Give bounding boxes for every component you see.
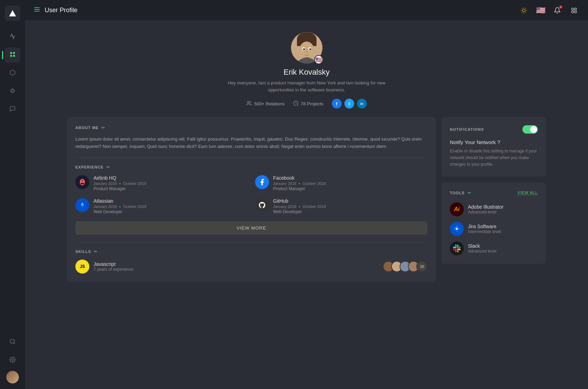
sidebar-item-chip[interactable] bbox=[5, 84, 20, 99]
view-more-button[interactable]: VIEW MORE bbox=[75, 221, 427, 235]
page-title: User Profile bbox=[45, 7, 518, 14]
skills-edit-icon[interactable]: ✏ bbox=[94, 249, 97, 254]
slack-level: Advanced level bbox=[468, 249, 538, 254]
svg-point-6 bbox=[10, 339, 14, 343]
social-links: f t in bbox=[332, 99, 367, 109]
jira-logo bbox=[450, 222, 464, 236]
sidebar-item-settings[interactable] bbox=[5, 353, 20, 368]
atlassian-company: Atlassian bbox=[94, 198, 248, 204]
user-avatar-small[interactable] bbox=[6, 371, 19, 383]
profile-projects: 78 Projects bbox=[293, 100, 323, 107]
skills-divider bbox=[75, 242, 427, 242]
notifications-button[interactable] bbox=[552, 5, 563, 16]
tool-jira: Jira Software Intermediate level bbox=[450, 222, 538, 236]
illustrator-logo: Ai bbox=[450, 202, 464, 216]
toggle-knob bbox=[530, 126, 537, 133]
facebook-role: Product Manager bbox=[273, 186, 428, 191]
svg-point-32 bbox=[309, 48, 311, 50]
sidebar-item-dashboard[interactable] bbox=[5, 47, 20, 63]
javascript-badge: JS bbox=[75, 260, 89, 274]
experience-atlassian: Atlassian January 2018 • October 2018 We… bbox=[75, 198, 248, 214]
experience-facebook: Facebook January 2018 • October 2018 Pro… bbox=[255, 175, 428, 191]
airbnb-role: Product Manager bbox=[94, 186, 248, 191]
sidebar-item-activity[interactable] bbox=[5, 29, 20, 45]
sidebar-item-chat[interactable] bbox=[5, 102, 20, 117]
facebook-link[interactable]: f bbox=[332, 99, 342, 109]
menu-icon[interactable] bbox=[34, 6, 40, 15]
svg-line-15 bbox=[522, 8, 522, 8]
illustrator-info: Adobe Illustrator Advanced level bbox=[468, 204, 538, 215]
airbnb-logo bbox=[75, 175, 89, 189]
svg-point-33 bbox=[248, 101, 250, 103]
facebook-logo bbox=[255, 175, 269, 189]
sidebar-item-3d[interactable] bbox=[5, 66, 20, 81]
profile-avatar-wrap: 🇺🇸 bbox=[291, 32, 322, 63]
airbnb-company: Airbnb HQ bbox=[94, 175, 248, 181]
sidebar bbox=[0, 0, 25, 389]
tool-illustrator: Ai Adobe Illustrator Advanced level bbox=[450, 202, 538, 216]
github-company: GitHub bbox=[273, 198, 428, 204]
svg-rect-23 bbox=[572, 11, 573, 13]
experience-header: EXPERIENCE ✏ bbox=[75, 165, 427, 170]
notify-network-desc: Enable or disable this setting to manage… bbox=[450, 148, 538, 168]
twitter-link[interactable]: t bbox=[344, 99, 354, 109]
github-role: Web Developer bbox=[273, 209, 428, 214]
notifications-toggle[interactable] bbox=[522, 125, 538, 134]
tools-title-wrap: TOOLS ✏ bbox=[450, 190, 471, 195]
language-selector[interactable]: 🇺🇸 bbox=[535, 5, 546, 16]
experience-edit-icon[interactable]: ✏ bbox=[106, 165, 110, 170]
app-logo[interactable] bbox=[5, 6, 20, 21]
svg-line-19 bbox=[522, 12, 522, 13]
facebook-date: January 2018 • October 2018 bbox=[273, 181, 428, 186]
atlassian-info: Atlassian January 2018 • October 2018 We… bbox=[94, 198, 248, 214]
right-column: NOTIFICATIONS Notify Your Network ? Enab… bbox=[441, 117, 546, 264]
jira-level: Intermediate level bbox=[468, 229, 538, 234]
svg-rect-22 bbox=[575, 8, 576, 10]
javascript-name: Javascript bbox=[94, 261, 379, 267]
notification-badge bbox=[559, 6, 562, 8]
header: User Profile 🇺🇸 bbox=[25, 0, 588, 21]
about-divider bbox=[75, 157, 427, 158]
about-text: Lorem ipsum dolor sit amet, consectetur … bbox=[75, 136, 427, 150]
atlassian-date: January 2018 • October 2018 bbox=[94, 204, 248, 209]
about-edit-icon[interactable]: ✏ bbox=[102, 125, 105, 130]
github-logo bbox=[255, 198, 269, 212]
chip-icon bbox=[9, 88, 16, 96]
github-info: GitHub January 2018 • October 2018 Web D… bbox=[273, 198, 428, 214]
about-card: ABOUT ME ✏ Lorem ipsum dolor sit amet, c… bbox=[67, 117, 436, 282]
notify-network-title: Notify Your Network ? bbox=[450, 139, 538, 145]
svg-point-8 bbox=[12, 359, 14, 360]
theme-toggle-button[interactable] bbox=[518, 5, 529, 16]
profile-bio: Hey everyone, Iam a product manager from… bbox=[223, 80, 390, 93]
atlassian-logo bbox=[75, 198, 89, 212]
slack-info: Slack Advanced level bbox=[468, 243, 538, 254]
svg-line-7 bbox=[14, 343, 15, 344]
about-header: ABOUT ME ✏ bbox=[75, 125, 427, 130]
airbnb-date: January 2018 • October 2018 bbox=[94, 181, 248, 186]
activity-icon bbox=[9, 33, 16, 41]
tools-edit-icon[interactable]: ✏ bbox=[468, 190, 471, 195]
notifications-card: NOTIFICATIONS Notify Your Network ? Enab… bbox=[441, 117, 546, 177]
apps-grid-button[interactable] bbox=[568, 5, 580, 16]
relations-count: 500+ Relations bbox=[254, 101, 284, 106]
skill-endorsers: 38 bbox=[383, 261, 427, 272]
svg-point-31 bbox=[303, 48, 305, 50]
profile-stats: 500+ Relations 78 Projects f t in bbox=[246, 99, 366, 109]
airbnb-info: Airbnb HQ January 2018 • October 2018 Pr… bbox=[94, 175, 248, 191]
left-column: ABOUT ME ✏ Lorem ipsum dolor sit amet, c… bbox=[67, 117, 436, 287]
svg-rect-21 bbox=[572, 8, 573, 10]
sidebar-item-search[interactable] bbox=[5, 335, 20, 350]
javascript-experience: 7 years of experience bbox=[94, 267, 379, 272]
notifications-header: NOTIFICATIONS bbox=[450, 125, 538, 134]
linkedin-link[interactable]: in bbox=[357, 99, 367, 109]
svg-marker-0 bbox=[9, 10, 16, 16]
endorser-count: 38 bbox=[416, 261, 427, 272]
view-all-link[interactable]: VIEW ALL bbox=[518, 190, 538, 195]
illustrator-name: Adobe Illustrator bbox=[468, 204, 538, 210]
projects-icon bbox=[293, 100, 299, 107]
jira-info: Jira Software Intermediate level bbox=[468, 224, 538, 234]
tools-header: TOOLS ✏ VIEW ALL bbox=[450, 190, 538, 195]
jira-name: Jira Software bbox=[468, 224, 538, 229]
svg-rect-5 bbox=[11, 89, 14, 92]
header-actions: 🇺🇸 bbox=[518, 5, 580, 16]
